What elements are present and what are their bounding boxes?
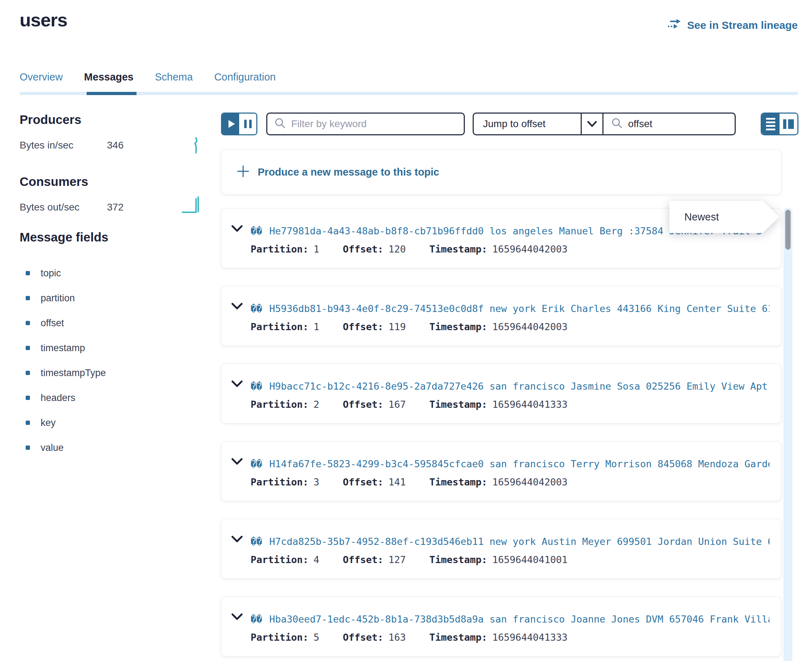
tab-messages[interactable]: Messages bbox=[84, 71, 134, 83]
consumers-heading: Consumers bbox=[19, 174, 88, 189]
timestamp-label: Timestamp: bbox=[429, 399, 487, 410]
keyword-filter-input[interactable] bbox=[291, 118, 456, 129]
play-button[interactable] bbox=[222, 113, 239, 134]
message-row[interactable]: �� H14fa67fe-5823-4299-b3c4-595845cfcae0… bbox=[221, 441, 782, 501]
message-field-item-offset[interactable]: offset bbox=[26, 311, 106, 335]
partition-group: Partition:5 bbox=[251, 632, 319, 643]
message-field-item-timestamptype[interactable]: timestampType bbox=[26, 361, 106, 385]
field-bullet-icon bbox=[26, 321, 30, 325]
timestamp-group: Timestamp:1659644042003 bbox=[429, 244, 567, 255]
partition-group: Partition:3 bbox=[251, 476, 319, 487]
pause-icon bbox=[244, 120, 247, 128]
message-meta: Partition:5 Offset:163 Timestamp:1659644… bbox=[251, 632, 567, 643]
message-row[interactable]: �� H9bacc71c-b12c-4216-8e95-2a7da727e426… bbox=[221, 364, 782, 423]
field-bullet-icon bbox=[26, 445, 30, 450]
partition-value: 1 bbox=[314, 244, 319, 255]
field-label: topic bbox=[41, 268, 61, 279]
message-row[interactable]: �� Hba30eed7-1edc-452b-8b1a-738d3b5d8a9a… bbox=[221, 597, 782, 656]
pause-button[interactable] bbox=[239, 113, 256, 134]
message-key-text: H14fa67fe-5823-4299-b3c4-595845cfcae0 sa… bbox=[269, 458, 770, 469]
messages-toolbar: Jump to offset bbox=[221, 113, 798, 135]
chevron-down-icon[interactable] bbox=[231, 380, 243, 389]
field-bullet-icon bbox=[26, 371, 30, 375]
offset-group: Offset:167 bbox=[343, 399, 406, 410]
field-label: headers bbox=[41, 393, 75, 404]
partition-value: 1 bbox=[314, 321, 319, 332]
partition-label: Partition: bbox=[251, 554, 309, 565]
chevron-down-icon[interactable] bbox=[231, 458, 243, 466]
offset-group: Offset:120 bbox=[343, 244, 406, 255]
play-icon bbox=[229, 120, 235, 128]
message-meta: Partition:1 Offset:120 Timestamp:1659644… bbox=[251, 244, 567, 255]
tab-overview[interactable]: Overview bbox=[19, 71, 63, 83]
message-key-line: �� Hba30eed7-1edc-452b-8b1a-738d3b5d8a9a… bbox=[251, 612, 770, 626]
field-label: key bbox=[41, 417, 56, 428]
message-key-line: �� H7cda825b-35b7-4952-88ef-c193d546eb11… bbox=[251, 534, 770, 548]
message-row[interactable]: �� H7cda825b-35b7-4952-88ef-c193d546eb11… bbox=[221, 519, 782, 579]
bytes-out-value: 372 bbox=[107, 201, 124, 213]
offset-label: Offset: bbox=[343, 244, 384, 255]
partition-label: Partition: bbox=[251, 476, 309, 487]
timestamp-value: 1659644042003 bbox=[492, 321, 567, 332]
message-fields-list: topic partition offset timestamp timesta… bbox=[26, 261, 106, 460]
active-tab-indicator bbox=[86, 92, 136, 95]
column-view-button[interactable] bbox=[780, 113, 798, 134]
partition-label: Partition: bbox=[251, 321, 309, 332]
offset-search-field[interactable] bbox=[604, 113, 735, 134]
timestamp-label: Timestamp: bbox=[429, 554, 487, 565]
partition-group: Partition:4 bbox=[251, 554, 319, 565]
timestamp-label: Timestamp: bbox=[429, 476, 487, 487]
newest-tooltip: Newest bbox=[669, 201, 779, 233]
field-label: timestamp bbox=[41, 343, 85, 354]
key-glyphs: �� bbox=[251, 381, 263, 392]
field-bullet-icon bbox=[26, 296, 30, 300]
field-bullet-icon bbox=[26, 396, 30, 400]
offset-value: 167 bbox=[389, 399, 406, 410]
scrollbar-thumb[interactable] bbox=[785, 210, 791, 250]
message-key-text: H9bacc71c-b12c-4216-8e95-2a7da727e426 sa… bbox=[269, 381, 770, 392]
field-label: timestampType bbox=[41, 367, 106, 378]
partition-label: Partition: bbox=[251, 244, 309, 255]
partition-value: 5 bbox=[314, 632, 319, 643]
chevron-down-icon[interactable] bbox=[582, 113, 602, 134]
offset-label: Offset: bbox=[343, 321, 384, 332]
timestamp-group: Timestamp:1659644042003 bbox=[429, 476, 567, 487]
field-label: value bbox=[41, 442, 64, 453]
chevron-down-icon[interactable] bbox=[231, 613, 243, 622]
stream-lineage-link[interactable]: See in Stream lineage bbox=[668, 19, 798, 32]
jump-to-offset-select[interactable]: Jump to offset bbox=[474, 113, 581, 134]
timestamp-group: Timestamp:1659644041333 bbox=[429, 399, 567, 410]
tab-schema[interactable]: Schema bbox=[155, 71, 193, 83]
message-key-text: H7cda825b-35b7-4952-88ef-c193d546eb11 ne… bbox=[269, 536, 770, 547]
message-key-text: H5936db81-b943-4e0f-8c29-74513e0c0d8f ne… bbox=[269, 303, 770, 314]
message-field-item-topic[interactable]: topic bbox=[26, 261, 106, 286]
timestamp-group: Timestamp:1659644042003 bbox=[429, 321, 567, 332]
message-field-item-partition[interactable]: partition bbox=[26, 286, 106, 311]
offset-search-input[interactable] bbox=[628, 118, 717, 129]
offset-group: Offset:127 bbox=[343, 554, 406, 565]
chevron-down-icon[interactable] bbox=[231, 536, 243, 544]
offset-group: Offset:119 bbox=[343, 321, 406, 332]
message-field-item-value[interactable]: value bbox=[26, 435, 106, 460]
message-list: �� He77981da-4a43-48ab-b8f8-cb71b96ffdd0… bbox=[221, 208, 782, 661]
search-icon bbox=[611, 118, 623, 130]
tab-configuration[interactable]: Configuration bbox=[214, 71, 276, 83]
scrollbar-track[interactable] bbox=[783, 208, 793, 661]
message-row[interactable]: �� H5936db81-b943-4e0f-8c29-74513e0c0d8f… bbox=[221, 286, 782, 346]
message-field-item-headers[interactable]: headers bbox=[26, 385, 106, 410]
message-field-item-timestamp[interactable]: timestamp bbox=[26, 335, 106, 361]
producers-heading: Producers bbox=[19, 113, 81, 127]
keyword-filter-field[interactable] bbox=[266, 113, 465, 135]
column-view-icon bbox=[783, 119, 786, 129]
partition-label: Partition: bbox=[251, 399, 309, 410]
list-view-icon bbox=[766, 118, 775, 120]
offset-group: Offset:141 bbox=[343, 476, 406, 487]
produce-message-button[interactable]: Produce a new message to this topic bbox=[221, 150, 782, 195]
produce-message-label: Produce a new message to this topic bbox=[258, 166, 439, 178]
jump-to-offset-group: Jump to offset bbox=[472, 113, 736, 135]
chevron-down-icon[interactable] bbox=[231, 225, 243, 234]
list-view-button[interactable] bbox=[762, 113, 780, 134]
message-field-item-key[interactable]: key bbox=[26, 410, 106, 435]
page-title: users bbox=[19, 9, 67, 30]
chevron-down-icon[interactable] bbox=[231, 303, 243, 311]
